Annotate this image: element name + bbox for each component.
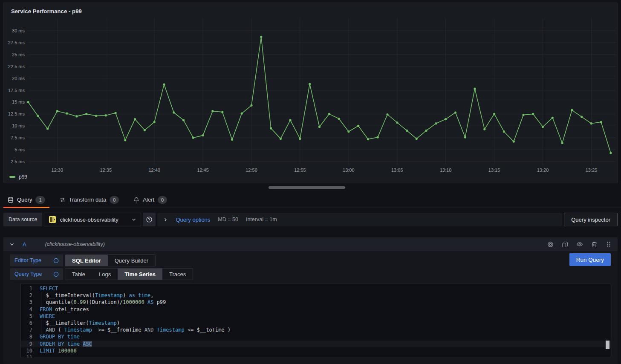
- horizontal-scrollbar[interactable]: [269, 186, 345, 189]
- data-point: [328, 113, 330, 115]
- sql-code-lines: 1SELECT2 $__timeInterval(Timestamp) as t…: [21, 285, 611, 358]
- sql-line-7: 7 AND ( Timestamp >= $__fromTime AND Tim…: [21, 326, 611, 333]
- y-axis-tick-label: 20 ms: [12, 76, 25, 81]
- query-type-timeseries[interactable]: Time Series: [118, 269, 162, 280]
- tab-alert-label: Alert: [143, 196, 154, 203]
- data-point: [600, 121, 602, 123]
- info-circle-icon[interactable]: [53, 272, 59, 277]
- query-inspector-button[interactable]: Query inspector: [564, 213, 618, 226]
- run-query-button[interactable]: Run Query: [569, 253, 611, 266]
- data-point: [386, 113, 388, 116]
- data-point: [435, 122, 437, 124]
- tab-alert[interactable]: Alert 0: [129, 192, 171, 208]
- sql-token: [92, 327, 98, 333]
- overview-ruler-mark: [606, 341, 609, 349]
- data-point: [522, 114, 524, 116]
- data-point: [280, 138, 282, 140]
- line-number: 6: [21, 320, 40, 326]
- sql-token: )(Duration)/: [86, 299, 123, 305]
- sql-token: $__timeInterval(: [40, 292, 95, 298]
- datasource-help-button[interactable]: [143, 213, 156, 226]
- query-row-header[interactable]: A (clickhouse-observability): [3, 237, 618, 251]
- y-axis-tick-label: 27.5 ms: [8, 40, 25, 45]
- data-point: [153, 121, 156, 123]
- sql-token: [185, 327, 188, 333]
- y-axis-tick-label: 12.5 ms: [8, 111, 25, 116]
- sql-token: Timestamp: [95, 292, 123, 298]
- query-type-logs[interactable]: Logs: [92, 269, 118, 280]
- x-axis-tick-label: 13:15: [488, 168, 500, 173]
- data-point: [27, 101, 29, 103]
- data-point: [115, 112, 117, 114]
- sql-code-editor[interactable]: 1SELECT2 $__timeInterval(Timestamp) as t…: [20, 283, 611, 358]
- editor-tabbar: Query 1 Transform data 0 Alert 0: [0, 192, 621, 208]
- data-point: [299, 138, 301, 140]
- sql-token: >=: [98, 327, 104, 333]
- x-axis-tick-label: 13:25: [586, 168, 598, 173]
- data-point: [532, 113, 534, 115]
- query-type-traces[interactable]: Traces: [162, 269, 193, 280]
- line-content: FROM otel_traces: [40, 306, 611, 313]
- data-point: [338, 118, 340, 120]
- data-point: [250, 104, 252, 107]
- tab-query[interactable]: Query 1: [3, 192, 49, 208]
- datasource-picker[interactable]: clickhouse-observability: [44, 213, 141, 226]
- remove-query-trash-icon[interactable]: [591, 241, 598, 248]
- query-datasource-hint: (clickhouse-observability): [45, 241, 105, 247]
- y-axis-tick-label: 30 ms: [12, 28, 25, 33]
- data-point: [144, 129, 146, 131]
- info-circle-icon[interactable]: [53, 258, 59, 263]
- hide-response-eye-icon[interactable]: [576, 241, 583, 248]
- sql-token: time: [138, 292, 150, 298]
- sql-token: [64, 334, 67, 340]
- sql-token: $__fromTime: [104, 327, 144, 333]
- query-options-toggle[interactable]: Query options: [176, 217, 210, 223]
- indent-guide: [41, 299, 41, 306]
- data-point: [56, 110, 58, 112]
- line-content: AND ( Timestamp >= $__fromTime AND Times…: [40, 326, 611, 333]
- duplicate-query-icon[interactable]: [562, 241, 568, 248]
- data-point: [464, 136, 466, 139]
- y-axis-tick-label: 25 ms: [12, 52, 25, 57]
- sql-line-3: 3 quantile(0.99)(Duration)/1000000 AS p9…: [21, 299, 611, 306]
- line-content: quantile(0.99)(Duration)/1000000 AS p99: [40, 299, 611, 306]
- indent-guide: [41, 320, 41, 326]
- data-point: [270, 127, 272, 129]
- data-point: [309, 83, 311, 85]
- editor-mode-sql[interactable]: SQL Editor: [65, 255, 108, 266]
- question-circle-icon: [146, 216, 153, 223]
- disable-query-icon[interactable]: [547, 241, 554, 248]
- tab-transform-data[interactable]: Transform data 0: [55, 192, 124, 208]
- datasource-label: Data source: [3, 213, 42, 226]
- editor-mode-builder[interactable]: Query Builder: [108, 255, 155, 266]
- collapse-chevron-icon[interactable]: [9, 242, 14, 247]
- data-point: [182, 119, 185, 121]
- query-type-table[interactable]: Table: [65, 269, 92, 280]
- x-axis-tick-label: 12:30: [52, 168, 64, 173]
- drag-handle-icon[interactable]: [606, 241, 612, 247]
- indent-guide: [41, 292, 41, 299]
- sql-token: ,: [150, 292, 153, 298]
- database-icon: [8, 197, 14, 203]
- line-number: 11: [21, 354, 40, 358]
- y-axis-tick-label: 2.5 ms: [11, 159, 25, 164]
- legend[interactable]: p99: [9, 174, 27, 180]
- performance-chart[interactable]: 2.5 ms5 ms7.5 ms10 ms12.5 ms15 ms17.5 ms…: [4, 3, 617, 183]
- sql-token: p99: [153, 299, 166, 305]
- sql-token: 100000: [58, 348, 76, 354]
- data-point: [289, 119, 292, 121]
- chevron-right-icon[interactable]: [163, 217, 168, 222]
- query-row-card: A (clickhouse-observability): [3, 237, 618, 364]
- x-axis-tick-label: 12:45: [197, 168, 209, 173]
- query-ref-id[interactable]: A: [23, 241, 26, 248]
- panel-edit-page: Service Performance - p99 2.5 ms5 ms7.5 …: [0, 0, 621, 364]
- data-point: [318, 126, 321, 128]
- datasource-value: clickhouse-observability: [60, 217, 118, 223]
- line-number: 8: [21, 333, 40, 340]
- line-content: SELECT: [40, 285, 611, 292]
- data-point: [347, 130, 349, 133]
- y-axis-tick-label: 7.5 ms: [11, 135, 25, 140]
- tab-alert-badge: 0: [158, 196, 167, 204]
- data-point: [46, 127, 49, 130]
- line-number: 9: [21, 341, 40, 347]
